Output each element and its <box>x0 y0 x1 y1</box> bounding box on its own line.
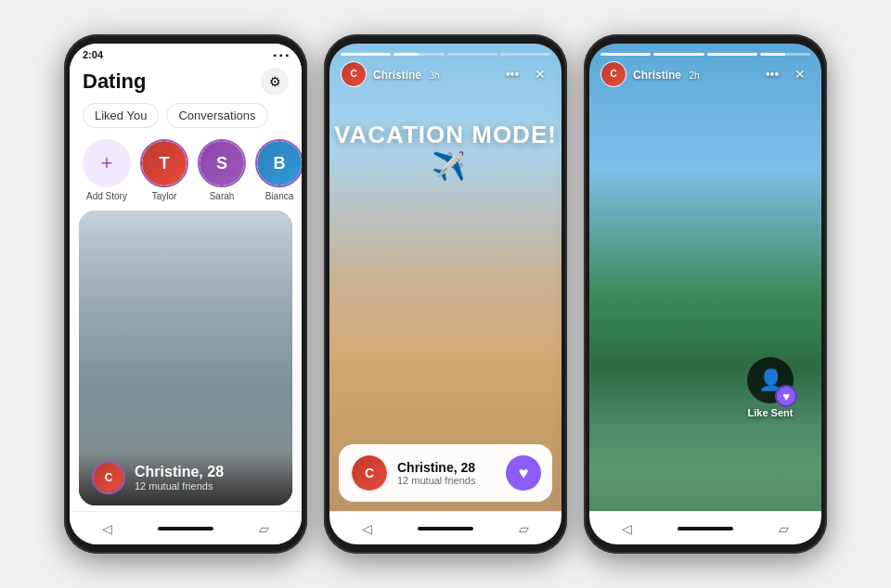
more-button-3[interactable]: ••• <box>762 64 782 84</box>
story-user-avatar-3: C <box>600 61 626 87</box>
gear-icon: ⚙ <box>269 74 281 89</box>
phone-3-screen: C Christine 2h ••• ✕ <box>589 44 821 544</box>
story-label-bianca: Bianca <box>265 191 294 201</box>
stories-row: + Add Story T Taylor S Sarah B Bianca <box>70 135 302 211</box>
close-button-3[interactable]: ✕ <box>790 64 810 84</box>
story-avatar-bianca: B <box>255 139 302 187</box>
tabs-row: Liked You Conversations <box>70 101 302 135</box>
story-user-time-3: 2h <box>689 70 699 81</box>
phone-2: C Christine 3h ••• ✕ VACATION MODE! ✈️ <box>324 34 567 554</box>
story-avatar-taylor: T <box>140 139 188 187</box>
story-bottom-avatar-2: C <box>350 454 389 492</box>
story-bottom-card-2: C Christine, 28 12 mutual friends ♥ <box>339 444 552 502</box>
time-display: 2:04 <box>83 49 103 60</box>
story-overlay-3: C Christine 2h ••• ✕ <box>589 44 821 544</box>
phone-3: C Christine 2h ••• ✕ <box>584 34 827 554</box>
profile-text: Christine, 28 12 mutual friends <box>135 464 224 492</box>
story-user-name-2: Christine <box>373 69 421 82</box>
home-indicator-3 <box>678 527 733 530</box>
story-user-left-3: C Christine 2h <box>600 61 700 87</box>
profile-name: Christine, 28 <box>135 464 224 480</box>
like-button-2[interactable]: ♥ <box>506 455 541 491</box>
story-label-taylor: Taylor <box>152 191 177 201</box>
tab-conversations[interactable]: Conversations <box>166 103 267 128</box>
story-label-sarah: Sarah <box>210 191 235 201</box>
story-emoji-2: ✈️ <box>432 149 466 182</box>
phone-1: 2:04 ▪ ▪ ▪ Dating ⚙ Liked You Conversati… <box>64 34 307 554</box>
heart-icon-2: ♥ <box>519 464 529 483</box>
back-button-3[interactable]: ◁ <box>622 521 632 536</box>
story-user-avatar-2: C <box>341 61 367 87</box>
dating-header: Dating ⚙ <box>70 62 302 101</box>
add-story-item[interactable]: + Add Story <box>83 139 131 201</box>
story-user-name-3: Christine <box>633 69 681 82</box>
profile-card[interactable]: C Christine, 28 12 mutual friends <box>79 211 292 505</box>
app-title: Dating <box>83 70 146 94</box>
profile-mini-avatar: C <box>92 461 125 494</box>
story-text-2: VACATION MODE! <box>334 121 557 149</box>
story-item-sarah[interactable]: S Sarah <box>198 139 246 201</box>
story-user-info-3: Christine 2h <box>633 66 700 83</box>
story-top-actions-2: ••• ✕ <box>502 64 550 84</box>
more-button-2[interactable]: ••• <box>502 64 523 84</box>
add-story-avatar: + <box>83 139 131 187</box>
story-text-area-2: VACATION MODE! ✈️ <box>329 93 562 445</box>
story-user-info-2: Christine 3h <box>373 66 440 83</box>
story-bottom-sub-2: 12 mutual friends <box>397 475 475 486</box>
settings-button[interactable]: ⚙ <box>261 68 289 96</box>
like-sent-badge: 👤 ♥ Like Sent <box>747 357 794 418</box>
story-item-bianca[interactable]: B Bianca <box>255 139 302 201</box>
story-avatar-sarah: S <box>198 139 246 187</box>
signal-icon: ▪ <box>279 50 283 60</box>
story-bottom-info-2: Christine, 28 12 mutual friends <box>397 460 475 486</box>
story-content-area-3: 👤 ♥ Like Sent <box>589 93 821 512</box>
square-button-3[interactable]: ▱ <box>779 521 789 536</box>
profile-card-area: C Christine, 28 12 mutual friends <box>70 211 302 511</box>
back-button-2[interactable]: ◁ <box>362 521 372 536</box>
story-user-row-3: C Christine 2h ••• ✕ <box>589 56 821 93</box>
profile-mutual: 12 mutual friends <box>135 480 224 492</box>
story-top-actions-3: ••• ✕ <box>762 64 810 84</box>
nav-bar-1: ◁ ▱ <box>70 511 302 544</box>
battery-icon: ▪ <box>285 50 289 60</box>
add-story-label: Add Story <box>86 191 127 201</box>
story-item-taylor[interactable]: T Taylor <box>140 139 188 201</box>
heart-icon-badge: ♥ <box>782 390 790 403</box>
wifi-icon: ▪ <box>273 50 277 60</box>
close-button-2[interactable]: ✕ <box>530 64 550 84</box>
status-icons: ▪ ▪ ▪ <box>273 50 289 60</box>
home-indicator-2 <box>418 527 473 530</box>
square-button-2[interactable]: ▱ <box>519 521 529 536</box>
heart-badge: ♥ <box>775 385 797 407</box>
phone-1-screen: 2:04 ▪ ▪ ▪ Dating ⚙ Liked You Conversati… <box>70 44 302 544</box>
nav-bar-3: ◁ ▱ <box>589 511 821 544</box>
story-overlay-2: C Christine 3h ••• ✕ VACATION MODE! ✈️ <box>329 44 562 544</box>
story-user-row-2: C Christine 3h ••• ✕ <box>329 56 562 93</box>
story-user-time-2: 3h <box>429 70 439 81</box>
home-indicator-1 <box>158 527 213 530</box>
tab-liked-you[interactable]: Liked You <box>83 103 159 128</box>
profile-info-overlay: C Christine, 28 12 mutual friends <box>79 452 292 505</box>
status-bar-1: 2:04 ▪ ▪ ▪ <box>70 44 302 62</box>
square-button-1[interactable]: ▱ <box>259 521 269 536</box>
story-user-left-2: C Christine 3h <box>341 61 440 87</box>
nav-bar-2: ◁ ▱ <box>329 511 562 544</box>
phone-2-screen: C Christine 3h ••• ✕ VACATION MODE! ✈️ <box>329 44 562 544</box>
story-bottom-name-2: Christine, 28 <box>397 460 475 475</box>
back-button-1[interactable]: ◁ <box>102 521 112 536</box>
story-bottom-left-2: C Christine, 28 12 mutual friends <box>350 454 475 492</box>
like-sent-label: Like Sent <box>748 407 794 418</box>
